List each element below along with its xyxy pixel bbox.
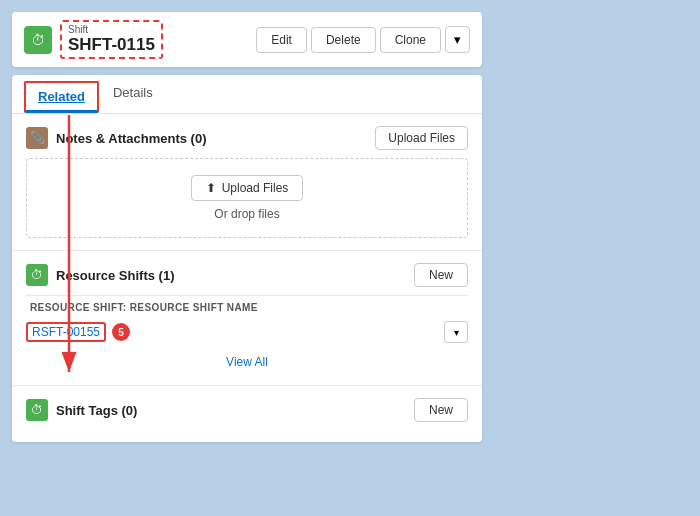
tags-new-button[interactable]: New xyxy=(414,398,468,422)
shift-type-label: Shift xyxy=(68,24,155,35)
resource-title-row: ⏱ Resource Shifts (1) xyxy=(26,264,174,286)
tabs-row: Related Details xyxy=(12,75,482,114)
notes-title: Notes & Attachments (0) xyxy=(56,131,206,146)
resource-row: RSFT-00155 5 ▾ xyxy=(26,317,468,347)
drop-text: Or drop files xyxy=(214,207,279,221)
edit-button[interactable]: Edit xyxy=(256,27,307,53)
tags-section: ⏱ Shift Tags (0) New xyxy=(12,386,482,442)
chevron-down-icon: ▾ xyxy=(454,327,459,338)
resource-header: ⏱ Resource Shifts (1) New xyxy=(26,263,468,287)
tab-details[interactable]: Details xyxy=(99,75,167,113)
delete-button[interactable]: Delete xyxy=(311,27,376,53)
upload-inner-label: Upload Files xyxy=(222,181,289,195)
notes-icon: 📎 xyxy=(26,127,48,149)
header-card: ⏱ Shift SHFT-0115 Edit Delete Clone ▾ xyxy=(12,12,482,67)
header-actions: Edit Delete Clone ▾ xyxy=(256,26,470,53)
resource-icon: ⏱ xyxy=(26,264,48,286)
tags-title: Shift Tags (0) xyxy=(56,403,137,418)
notes-section: 📎 Notes & Attachments (0) Upload Files ⬆… xyxy=(12,114,482,251)
upload-files-button-header[interactable]: Upload Files xyxy=(375,126,468,150)
content-card: Related Details 📎 Notes & Attachments (0… xyxy=(12,75,482,442)
shift-id-block: Shift SHFT-0115 xyxy=(60,20,163,59)
notes-title-row: 📎 Notes & Attachments (0) xyxy=(26,127,206,149)
tab-related[interactable]: Related xyxy=(24,81,99,113)
drop-zone[interactable]: ⬆ Upload Files Or drop files xyxy=(26,158,468,238)
view-all-link[interactable]: View All xyxy=(26,347,468,373)
resource-table: RESOURCE SHIFT: RESOURCE SHIFT NAME RSFT… xyxy=(26,295,468,347)
shift-icon: ⏱ xyxy=(24,26,52,54)
notes-header: 📎 Notes & Attachments (0) Upload Files xyxy=(26,126,468,150)
upload-icon: ⬆ xyxy=(206,181,216,195)
tags-title-row: ⏱ Shift Tags (0) xyxy=(26,399,137,421)
header-left: ⏱ Shift SHFT-0115 xyxy=(24,20,163,59)
chevron-down-icon: ▾ xyxy=(454,32,461,47)
row-dropdown-button[interactable]: ▾ xyxy=(444,321,468,343)
right-panel xyxy=(492,12,688,504)
resource-col-header: RESOURCE SHIFT: RESOURCE SHIFT NAME xyxy=(26,296,468,317)
resource-title: Resource Shifts (1) xyxy=(56,268,174,283)
resource-link[interactable]: RSFT-00155 xyxy=(26,322,106,342)
badge-count: 5 xyxy=(112,323,130,341)
clone-button[interactable]: Clone xyxy=(380,27,441,53)
tags-icon: ⏱ xyxy=(26,399,48,421)
tags-header: ⏱ Shift Tags (0) New xyxy=(26,398,468,422)
more-actions-button[interactable]: ▾ xyxy=(445,26,470,53)
resource-section: ⏱ Resource Shifts (1) New RESOURCE SHIFT… xyxy=(12,251,482,386)
resource-new-button[interactable]: New xyxy=(414,263,468,287)
upload-files-button-inner[interactable]: ⬆ Upload Files xyxy=(191,175,304,201)
shift-id-label: SHFT-0115 xyxy=(68,35,155,55)
